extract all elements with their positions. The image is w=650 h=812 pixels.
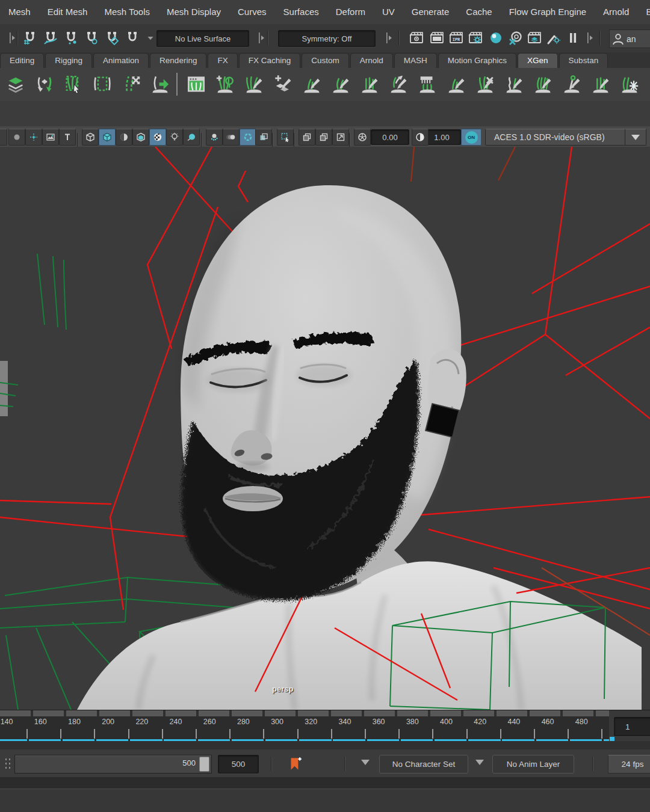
symmetry-field[interactable]: Symmetry: Off [278, 30, 376, 47]
groom-splines-icon[interactable] [242, 72, 266, 96]
clump-brush-icon[interactable] [531, 72, 555, 96]
menu-surfaces[interactable]: Surfaces [275, 0, 327, 24]
isolate-select-icon[interactable] [277, 129, 294, 146]
create-interactive-groom-icon[interactable] [213, 72, 237, 96]
ipr-render-icon[interactable]: IPR [448, 29, 465, 46]
render-in-software-icon[interactable] [507, 29, 524, 46]
tab-motion-graphics[interactable]: Motion Graphics [438, 53, 516, 68]
snap-options-caret-icon[interactable] [142, 29, 159, 46]
shadows-icon[interactable] [183, 129, 200, 146]
menu-arnold[interactable]: Arnold [595, 0, 637, 24]
snap-to-grids-icon[interactable] [22, 29, 39, 46]
tab-substance[interactable]: Substan [559, 53, 608, 68]
character-set-caret[interactable] [361, 760, 370, 765]
safe-title-icon[interactable] [59, 129, 76, 146]
paint-effects-panel-icon[interactable] [545, 29, 562, 46]
range-slider[interactable]: 500 [14, 755, 212, 774]
range-end-handle[interactable] [199, 757, 209, 772]
add-groom-planes-icon[interactable] [271, 72, 295, 96]
screen-space-ao-icon[interactable] [206, 129, 223, 146]
menu-mesh-display[interactable]: Mesh Display [158, 0, 229, 24]
stacked-pane-layout-icon[interactable] [315, 129, 332, 146]
swap-guides-icon[interactable] [32, 72, 57, 96]
make-live-icon[interactable] [104, 29, 120, 46]
render-current-frame-icon[interactable] [429, 29, 445, 46]
open-render-view-icon[interactable] [408, 29, 425, 46]
select-brush-icon[interactable] [646, 72, 650, 96]
menu-generate[interactable]: Generate [403, 0, 458, 24]
move-guides-icon[interactable] [119, 72, 143, 96]
render-sequence-icon[interactable] [526, 29, 543, 46]
snap-to-view-planes-icon[interactable] [83, 29, 100, 46]
single-pane-layout-icon[interactable] [299, 129, 315, 146]
time-slider[interactable]: 1401601802002202402602803003203403603804… [0, 710, 650, 742]
resolution-gate-icon[interactable] [25, 129, 42, 146]
create-description-icon[interactable] [184, 72, 208, 96]
smooth-shade-mode-icon[interactable] [99, 129, 116, 146]
tab-editing[interactable]: Editing [0, 53, 44, 68]
menu-deform[interactable]: Deform [327, 0, 374, 24]
command-line[interactable] [0, 777, 650, 789]
create-bookmark-button[interactable] [286, 755, 303, 772]
grab-brush-icon[interactable] [473, 72, 497, 96]
freeze-brush-icon[interactable] [618, 72, 642, 96]
snap-to-curves-icon[interactable] [42, 29, 59, 46]
render-flyout-icon[interactable] [580, 29, 597, 46]
menu-curves[interactable]: Curves [229, 0, 275, 24]
tab-fx-caching[interactable]: FX Caching [239, 53, 301, 68]
contrast-icon-icon[interactable] [412, 129, 429, 146]
hypershade-icon[interactable] [488, 29, 504, 46]
menu-uv[interactable]: UV [374, 0, 403, 24]
convert-to-guides-icon[interactable] [148, 72, 172, 96]
width-brush-icon[interactable] [444, 72, 468, 96]
field-chart-icon[interactable] [8, 129, 25, 146]
tab-arnold[interactable]: Arnold [350, 53, 393, 68]
menu-cache[interactable]: Cache [457, 0, 500, 24]
exposure-icon-icon[interactable] [354, 129, 371, 146]
live-surface-flyout-icon[interactable] [252, 29, 268, 46]
symmetry-flyout-icon[interactable] [379, 29, 396, 46]
fps-field[interactable]: 24 fps [608, 755, 650, 774]
anti-aliasing-icon[interactable] [255, 129, 272, 146]
comb-brush-icon[interactable] [415, 72, 439, 96]
cut-brush-icon[interactable] [589, 72, 613, 96]
wireframe-mode-icon[interactable] [82, 129, 99, 146]
lighting-all-icon[interactable] [166, 129, 183, 146]
view-transform-caret[interactable] [625, 129, 646, 146]
select-guides-icon[interactable] [61, 72, 85, 96]
length-brush-icon[interactable] [329, 72, 353, 96]
density-brush-icon[interactable] [300, 72, 324, 96]
anim-layer-caret[interactable] [475, 760, 484, 765]
tab-xgen[interactable]: XGen [518, 53, 558, 68]
direction-brush-icon[interactable] [386, 72, 410, 96]
tab-rigging[interactable]: Rigging [45, 53, 92, 68]
view-gate-partial-icon[interactable] [0, 129, 7, 146]
motion-blur-icon[interactable] [223, 129, 240, 146]
pause-viewport-icon[interactable] [565, 29, 581, 46]
anim-layer-button[interactable]: No Anim Layer [492, 755, 574, 774]
render-settings-icon[interactable] [467, 29, 484, 46]
tab-custom[interactable]: Custom [302, 53, 349, 68]
current-frame-field[interactable]: 1 [614, 717, 650, 736]
character-set-button[interactable]: No Character Set [379, 755, 468, 774]
part-brush-icon[interactable] [560, 72, 584, 96]
menu-bonus-tools[interactable]: Bonus To [637, 0, 650, 24]
color-management-toggle[interactable]: ON [461, 129, 481, 146]
exposure-field[interactable]: 0.00 [371, 129, 409, 145]
textured-mode-icon[interactable] [116, 129, 132, 146]
menu-mesh-tools[interactable]: Mesh Tools [96, 0, 158, 24]
bookmark-strip[interactable] [0, 710, 609, 716]
tab-mash[interactable]: MASH [394, 53, 437, 68]
viewport[interactable]: persp [0, 147, 650, 710]
account-button[interactable]: an [609, 29, 650, 48]
menu-mesh[interactable]: Mesh [0, 0, 39, 24]
image-plane-icon[interactable] [42, 129, 59, 146]
noise-brush-icon[interactable] [502, 72, 526, 96]
use-default-material-icon[interactable] [149, 129, 166, 146]
maximize-viewport-icon[interactable] [332, 129, 349, 146]
xgen-collection-layers-icon[interactable] [4, 72, 28, 96]
ambient-occlusion-icon[interactable] [240, 129, 256, 146]
tab-fx[interactable]: FX [208, 53, 237, 68]
snap-magnet-icon[interactable] [124, 29, 141, 46]
menu-flow-graph-engine[interactable]: Flow Graph Engine [501, 0, 595, 24]
